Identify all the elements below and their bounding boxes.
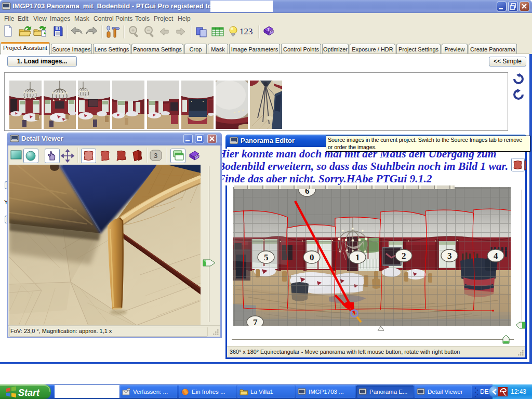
svg-text:123: 123 [240,26,253,36]
svg-text:3: 3 [447,251,452,261]
svg-text:4: 4 [494,251,498,261]
svg-text:3: 3 [154,152,157,159]
svg-text:7: 7 [253,317,258,326]
svg-text:?: ? [267,27,270,32]
svg-text:0: 0 [310,252,314,262]
svg-text:2: 2 [402,251,406,261]
svg-text:5: 5 [264,252,269,262]
svg-text:1: 1 [355,252,360,262]
svg-text:Start: Start [18,388,40,398]
